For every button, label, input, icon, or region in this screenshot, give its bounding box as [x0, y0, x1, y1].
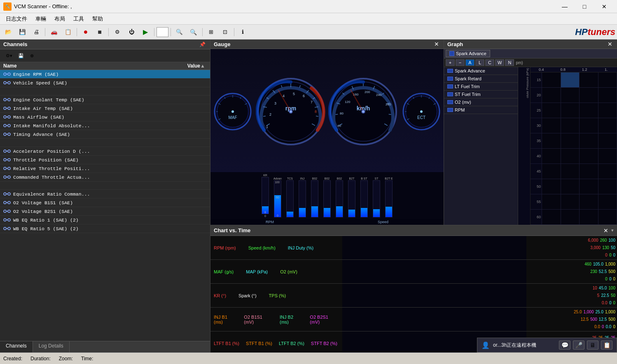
- graph-channel-rpm[interactable]: RPM: [444, 106, 518, 114]
- graph-add-button[interactable]: +: [446, 59, 455, 66]
- config-button[interactable]: ⚙: [111, 26, 124, 38]
- grid-cell-7-2[interactable]: [580, 179, 598, 194]
- label-rpm[interactable]: RPM (rpm): [214, 245, 236, 250]
- graph-channel-spark-retard[interactable]: Spark Retard: [444, 75, 518, 83]
- grid-cell-2-0[interactable]: [542, 103, 561, 118]
- channel-row-vehicle-speed[interactable]: Vehicle Speed (SAE): [0, 79, 210, 87]
- grid-cell-7-0[interactable]: [542, 179, 561, 194]
- grid-cell-8-0[interactable]: [542, 194, 561, 209]
- label-tps[interactable]: TPS (%): [269, 293, 286, 298]
- grid-cell-1-2[interactable]: [580, 88, 598, 103]
- graph-n-button[interactable]: N: [505, 59, 514, 66]
- grid-cell-7-3[interactable]: [598, 179, 617, 194]
- label-inj-duty[interactable]: INJ Duty (%): [288, 245, 313, 250]
- grid-cell-3-0[interactable]: [542, 118, 561, 133]
- car-button[interactable]: 🚗: [47, 26, 61, 38]
- report-button[interactable]: 📋: [61, 26, 75, 38]
- graph-channel-o2[interactable]: O2 (mv): [444, 98, 518, 106]
- print-button[interactable]: 🖨: [30, 26, 43, 38]
- zoom-dropdown[interactable]: 1x ▾: [157, 27, 168, 37]
- grid-cell-3-2[interactable]: [580, 118, 598, 133]
- graph-c-button[interactable]: C: [485, 59, 494, 66]
- save-button[interactable]: 💾: [16, 26, 29, 38]
- grid-cell-9-1[interactable]: [561, 210, 580, 224]
- grid-cell-0-1[interactable]: [561, 72, 580, 87]
- label-kr[interactable]: KR (°): [214, 293, 226, 298]
- chat-button[interactable]: 💬: [559, 341, 570, 350]
- chart-scroll-area[interactable]: RPM (rpm) Speed (km/h) INJ Duty (%) 6,00…: [210, 236, 617, 352]
- grid-cell-3-1[interactable]: [561, 118, 580, 133]
- label-inj-b2[interactable]: INJ B2 (ms): [280, 315, 303, 324]
- label-o2-b1s1[interactable]: O2 B1S1 (mV): [244, 315, 273, 324]
- grid-cell-9-3[interactable]: [598, 210, 617, 224]
- maximize-button[interactable]: □: [575, 0, 594, 13]
- close-button[interactable]: ✕: [595, 0, 614, 13]
- graph-channel-spark-advance[interactable]: Spark Advance: [444, 67, 518, 75]
- channel-row-equivalence-ratio[interactable]: Equivalence Ratio Comman...: [0, 190, 210, 198]
- label-stft-b1[interactable]: STFT B1 (%): [246, 341, 272, 346]
- layout2-button[interactable]: ⊡: [219, 26, 232, 38]
- gauge-close-button[interactable]: ✕: [433, 41, 440, 47]
- grid-cell-8-1[interactable]: [561, 194, 580, 209]
- grid-cell-2-2[interactable]: [580, 103, 598, 118]
- channel-row-mass-airflow[interactable]: Mass Airflow (SAE): [0, 113, 210, 121]
- grid-cell-0-3[interactable]: [598, 72, 617, 87]
- graph-w-button[interactable]: W: [495, 59, 504, 66]
- minimize-button[interactable]: —: [555, 0, 574, 13]
- menu-tools[interactable]: 工具: [69, 14, 88, 24]
- grid-cell-9-0[interactable]: [542, 210, 561, 224]
- open-button[interactable]: 📂: [2, 26, 15, 38]
- grid-cell-5-1[interactable]: [561, 149, 580, 163]
- record-button[interactable]: ●: [79, 26, 92, 38]
- clipboard-button[interactable]: 📋: [601, 341, 612, 350]
- grid-cell-0-2[interactable]: [580, 72, 598, 87]
- channel-row-intake-temp[interactable]: Intake Air Temp (SAE): [0, 104, 210, 113]
- grid-cell-6-1[interactable]: [561, 164, 580, 179]
- label-o2-b2s1[interactable]: O2 B2S1 (mV): [310, 315, 339, 324]
- grid-cell-1-0[interactable]: [542, 88, 561, 103]
- grid-cell-6-2[interactable]: [580, 164, 598, 179]
- channel-row-intake-manifold[interactable]: Intake Manifold Absolute...: [0, 121, 210, 130]
- graph-minus-button[interactable]: −: [456, 59, 465, 66]
- info-button[interactable]: ℹ: [236, 26, 250, 38]
- channel-row-wb-eq5[interactable]: WB EQ Ratio 5 (SAE) (2): [0, 224, 210, 233]
- label-stft-b2[interactable]: STFT B2 (%): [311, 341, 337, 346]
- grid-cell-2-1[interactable]: [561, 103, 580, 118]
- grid-cell-2-3[interactable]: [598, 103, 617, 118]
- tab-log-details[interactable]: Log Details: [33, 341, 70, 352]
- grid-cell-1-3[interactable]: [598, 88, 617, 103]
- channel-row-commanded-throttle[interactable]: Commanded Throttle Actua...: [0, 173, 210, 182]
- label-speed[interactable]: Speed (km/h): [248, 245, 276, 250]
- menu-vehicle[interactable]: 車輛: [31, 14, 50, 24]
- label-inj-b1[interactable]: INJ B1 (ms): [214, 315, 237, 324]
- menu-help[interactable]: 幫助: [88, 14, 107, 24]
- chart-dropdown-button[interactable]: ▾: [611, 228, 614, 233]
- grid-cell-7-1[interactable]: [561, 179, 580, 194]
- grid-cell-5-3[interactable]: [598, 149, 617, 163]
- grid-cell-5-2[interactable]: [580, 149, 598, 163]
- menu-log[interactable]: 日志文件: [2, 14, 31, 24]
- channel-row-accel-position[interactable]: Accelerator Position D (...: [0, 147, 210, 156]
- channels-save-button[interactable]: 💾: [16, 51, 26, 60]
- graph-close-button[interactable]: ✕: [606, 41, 614, 47]
- power-button[interactable]: ⏻: [125, 26, 138, 38]
- channels-settings-button[interactable]: ⚙▾: [3, 51, 15, 60]
- channel-row-throttle-position[interactable]: Throttle Position (SAE): [0, 156, 210, 164]
- graph-channel-lt-fuel-trim[interactable]: LT Fuel Trim: [444, 83, 518, 91]
- grid-cell-6-3[interactable]: [598, 164, 617, 179]
- layout1-button[interactable]: ⊞: [205, 26, 218, 38]
- grid-cell-4-2[interactable]: [580, 133, 598, 148]
- sort-button[interactable]: ▲: [200, 63, 207, 69]
- graph-l-button[interactable]: L: [475, 59, 484, 66]
- grid-cell-8-3[interactable]: [598, 194, 617, 209]
- zoom-in-button[interactable]: 🔍: [173, 26, 186, 38]
- chart-close-button[interactable]: ✕: [602, 227, 610, 234]
- spark-advance-button[interactable]: Spark Advance: [446, 50, 490, 57]
- grid-cell-4-3[interactable]: [598, 133, 617, 148]
- channels-add-button[interactable]: ⊕: [27, 51, 36, 60]
- grid-cell-4-1[interactable]: [561, 133, 580, 148]
- channel-row-engine-rpm[interactable]: Engine RPM (SAE): [0, 70, 210, 79]
- channel-row-o2-b2s1[interactable]: O2 Voltage B2S1 (SAE): [0, 207, 210, 216]
- channel-row-coolant-temp[interactable]: Engine Coolant Temp (SAE): [0, 96, 210, 104]
- label-maf[interactable]: MAF (g/s): [214, 269, 234, 274]
